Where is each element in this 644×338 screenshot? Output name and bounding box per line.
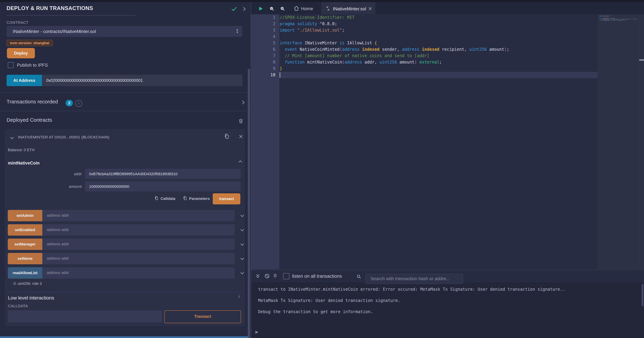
setEnabled-button[interactable]: setEnabled (8, 224, 42, 236)
low-level-title: Low level interactions (8, 295, 54, 301)
code-line-10[interactable]: 10 (251, 72, 598, 78)
terminal-log-line: Debug the transaction to get more inform… (258, 309, 373, 314)
editor-cursor (280, 72, 280, 78)
transactions-expand-chevron-icon[interactable] (240, 100, 246, 105)
code-line-8[interactable]: 8 function mintNativeCoin(address addr, … (251, 59, 598, 66)
solidity-file-icon (325, 6, 330, 11)
listen-all-checkbox[interactable] (283, 273, 289, 279)
deployed-contracts-title: Deployed Contracts (6, 117, 52, 123)
instance-collapse-chevron-icon[interactable] (10, 136, 14, 140)
setManager-placeholder: address addr (47, 242, 69, 246)
instance-header-label: INATIVEMINTER AT 0X020...00001 (BLOCKCHA… (18, 135, 109, 140)
readAllowList-placeholder: address addr (47, 270, 69, 275)
zoom-in-icon[interactable] (280, 6, 285, 12)
setNone-expand-chevron-icon[interactable] (240, 256, 245, 261)
evm-version-badge: evm version: shanghai (6, 40, 53, 46)
compile-success-check-icon (231, 6, 237, 12)
remix-ide-window: DEPLOY & RUN TRANSACTIONS CONTRACT INati… (0, 0, 644, 338)
terminal-prompt[interactable]: > (255, 329, 258, 335)
line-number: 6 (251, 46, 276, 53)
setEnabled-input[interactable] (42, 224, 235, 236)
setEnabled-placeholder: address addr (47, 228, 69, 232)
contract-select[interactable]: INativeMinter - contracts/INativeMinter.… (6, 26, 242, 37)
transactions-recorded-label: Transactions recorded (6, 99, 58, 104)
zoom-out-icon[interactable] (269, 6, 274, 12)
editor-overview-ruler[interactable] (639, 14, 644, 269)
setAdmin-expand-chevron-icon[interactable] (240, 213, 245, 218)
setNone-button[interactable]: setNone (8, 253, 42, 264)
setManager-button[interactable]: setManager (8, 238, 42, 250)
code-line-4[interactable]: 4 (251, 34, 598, 40)
instance-balance: Balance: 0 ETH (8, 148, 34, 152)
code-line-7[interactable]: 7 // Mint [amount] number of native coin… (251, 53, 598, 59)
transactions-info-icon[interactable]: i (75, 100, 82, 107)
function-collapse-chevron-icon[interactable] (238, 159, 243, 164)
function-name: mintNativeCoin (8, 160, 40, 166)
code-line-6[interactable]: 6 event NativeCoinMinted(address indexed… (251, 46, 598, 53)
function-row-setEnabled: setEnabledaddress addr (8, 224, 235, 236)
setNone-placeholder: address addr (47, 256, 69, 261)
at-address-button[interactable]: At Address (6, 75, 42, 86)
code-lines[interactable]: 1//SPDX-License-Identifier: MIT2pragma s… (251, 14, 598, 78)
readAllowList-button[interactable]: readAllowList (8, 267, 42, 278)
low-level-info-icon[interactable]: i (238, 294, 240, 299)
run-script-play-icon[interactable] (258, 6, 264, 12)
contract-label: CONTRACT (6, 20, 28, 25)
deploy-button[interactable]: Deploy (7, 48, 35, 58)
collapse-panel-chevron-icon[interactable] (241, 6, 247, 12)
transact-button[interactable]: transact (213, 193, 240, 204)
line-number: 1 (251, 14, 276, 21)
setAdmin-button[interactable]: setAdmin (8, 210, 42, 221)
function-row-setAdmin: setAdminaddress addr (8, 210, 235, 221)
calldata-copy-icon[interactable] (154, 196, 159, 200)
amount-field-value: 1000000000000000000 (89, 184, 129, 189)
publish-ipfs-checkbox[interactable] (8, 62, 14, 68)
terminal-scrollbar[interactable] (642, 284, 643, 306)
code-line-9[interactable]: 9} (251, 66, 598, 72)
window-top-strip (0, 0, 644, 2)
readAllowList-expand-chevron-icon[interactable] (240, 271, 245, 276)
indent-guide (280, 46, 280, 66)
code-line-1[interactable]: 1//SPDX-License-Identifier: MIT (251, 14, 598, 21)
tab-close-icon[interactable] (368, 6, 372, 11)
setManager-input[interactable] (42, 238, 235, 250)
tab-home[interactable]: Home (301, 6, 313, 12)
contract-select-value: INativeMinter - contracts/INativeMinter.… (13, 29, 96, 34)
line-number: 2 (251, 21, 276, 27)
panel-title: DEPLOY & RUN TRANSACTIONS (6, 5, 93, 12)
calldata-section-label: CALLDATA (8, 304, 28, 308)
parameters-button[interactable]: Parameters (189, 196, 210, 201)
function-row-setNone: setNoneaddress addr (8, 253, 235, 264)
deploy-run-panel: DEPLOY & RUN TRANSACTIONS CONTRACT INati… (0, 0, 251, 338)
setEnabled-expand-chevron-icon[interactable] (240, 228, 245, 232)
setAdmin-input[interactable] (42, 210, 235, 221)
addr-field-label: addr: (6, 172, 82, 176)
code-line-2[interactable]: 2pragma solidity ^0.8.0; (251, 21, 598, 27)
line-number: 10 (251, 72, 276, 78)
setNone-input[interactable] (42, 253, 235, 264)
calldata-button[interactable]: Calldata (160, 196, 176, 201)
editor-minimap[interactable]: //SPDX-License-Identifier: MITpragma sol… (598, 14, 639, 269)
terminal-search-icon (356, 274, 362, 279)
readAllowList-input[interactable] (42, 267, 235, 278)
home-icon[interactable] (294, 6, 300, 12)
parameters-copy-icon[interactable] (183, 196, 188, 200)
terminal-log-line: transact to INativeMinter.mintNativeCoin… (258, 287, 565, 292)
terminal-collapse-double-chevron-icon[interactable] (255, 274, 260, 278)
tab-inativeminter-label: INativeMinter.sol (333, 6, 366, 12)
low-level-transact-button[interactable]: Transact (164, 310, 241, 323)
code-line-3[interactable]: 3import "./IAllowList.sol"; (251, 27, 598, 34)
clear-instances-trash-icon[interactable] (238, 118, 244, 124)
code-line-5[interactable]: 5interface INativeMinter is IAllowList { (251, 40, 598, 46)
setManager-expand-chevron-icon[interactable] (240, 242, 245, 247)
clear-terminal-ban-icon[interactable] (264, 274, 270, 278)
panel-scrollbar[interactable] (248, 69, 250, 338)
line-number: 3 (251, 27, 276, 34)
low-level-calldata-input[interactable] (8, 310, 162, 322)
remove-instance-close-icon[interactable] (238, 134, 243, 139)
function-row-readAllowList: readAllowListaddress addr (8, 267, 235, 278)
copy-address-icon[interactable] (224, 133, 230, 140)
transactions-count-badge: 2 (66, 100, 73, 106)
terminal-log-line: MetaMask Tx Signature: User denied trans… (258, 298, 400, 303)
publish-ipfs-label: Publish to IPFS (17, 62, 48, 68)
